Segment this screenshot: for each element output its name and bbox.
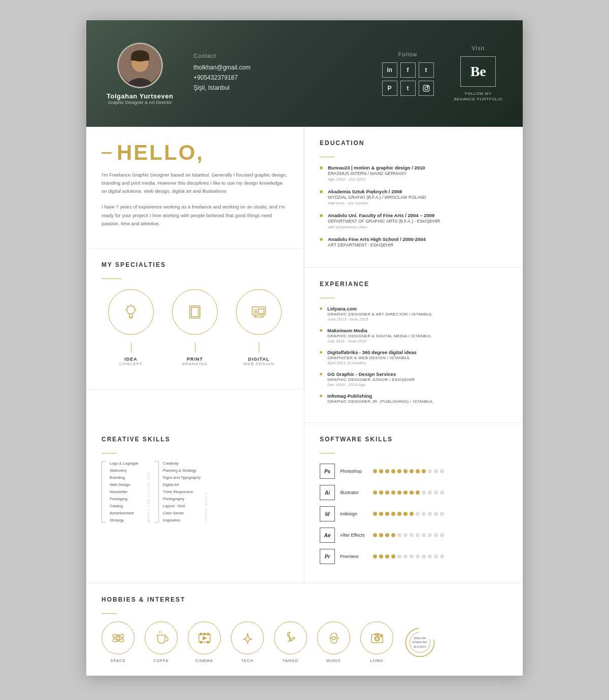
- edu-date-2: Half term - Six months: [328, 201, 426, 205]
- svg-line-14: [127, 306, 128, 307]
- sw-dot-4-11: [440, 554, 444, 558]
- cs-col1-item-5: Newsletter: [110, 489, 139, 494]
- specialty-vline-3: [259, 342, 259, 353]
- svg-point-32: [200, 641, 202, 643]
- sw-dots-4: [373, 554, 444, 558]
- svg-rect-24: [258, 309, 264, 313]
- sw-dot-1-10: [434, 491, 438, 495]
- cs-col2-item-9: Inspiration: [163, 518, 201, 522]
- avatar: [117, 43, 163, 88]
- exp-item-5: Infomag Publishing GRAPHIC DESIGNER JR. …: [320, 393, 507, 404]
- exp-date-1: June 2013 - Now 2015: [327, 317, 432, 322]
- facebook-icon[interactable]: f: [400, 62, 416, 78]
- sw-dot-2-3: [391, 512, 395, 516]
- hello-title: HELLO,: [117, 142, 204, 163]
- creative-skills-section: CREATIVE SKILLS Logo & Logotype Statione…: [86, 423, 304, 583]
- hobby-music-label: MUSIC: [326, 658, 341, 663]
- sw-item-4: PrPremiere: [320, 549, 507, 564]
- pinterest-icon[interactable]: P: [382, 81, 397, 96]
- sw-dot-4-9: [428, 554, 432, 558]
- behance-icon[interactable]: Be: [460, 56, 496, 87]
- linkedin-icon[interactable]: in: [382, 62, 397, 78]
- edu-item-1: Bureau23 | motion & graphic design / 201…: [320, 165, 507, 182]
- sw-dot-0-10: [434, 469, 438, 473]
- sw-dot-1-1: [379, 491, 383, 495]
- sw-dot-1-2: [385, 491, 389, 495]
- edu-item-3: Anadolu Uni. Faculty of Fine Arts / 2004…: [320, 213, 507, 229]
- sw-dot-0-4: [397, 469, 401, 473]
- sw-dot-0-8: [422, 469, 426, 473]
- sw-dot-1-4: [397, 491, 401, 495]
- instagram-icon[interactable]: [419, 81, 434, 96]
- svg-point-37: [332, 637, 335, 640]
- hello-para1: I'm Freelance Graphic Designer based on …: [101, 171, 288, 195]
- sw-dot-3-5: [403, 533, 408, 537]
- cs-col2-item-2: Planning & Strategy: [163, 468, 201, 473]
- exp-dot-4: [320, 373, 322, 375]
- specialty-print: PRINT BRANDING: [165, 289, 224, 366]
- sw-name-2: Indesign: [340, 511, 373, 516]
- sw-icon-4: Pr: [320, 549, 335, 564]
- twitter-icon[interactable]: t: [419, 62, 434, 78]
- specialties-grid: IDEA CONCEPT PRINT BRANDING: [101, 289, 288, 366]
- follow-label: Follow: [382, 51, 434, 57]
- edu-title-2: Akademia Sztuk Pięknych / 2008: [328, 189, 426, 194]
- svg-point-25: [117, 637, 120, 640]
- hobby-cinema-circle: [188, 621, 221, 654]
- svg-rect-4: [131, 56, 149, 60]
- specialty-label-1: IDEA: [124, 357, 138, 362]
- sw-dot-0-0: [373, 469, 377, 473]
- hello-para2: I have 7 years of experience working as …: [101, 203, 288, 227]
- cs-col1-item-6: Packaging: [110, 497, 139, 501]
- sw-item-2: IdIndesign: [320, 506, 507, 521]
- software-skills-title: SOFTWARE SKILLS: [320, 436, 507, 443]
- hobby-space-label: SPACE: [111, 658, 126, 663]
- cs-col2-item-6: Photography: [163, 497, 201, 501]
- edu-dot-3: [320, 214, 323, 217]
- specialty-label-2: PRINT: [187, 357, 203, 362]
- visit-label: Visit: [454, 45, 502, 51]
- exp-title-1: Lidyana.com: [327, 306, 432, 311]
- edu-item-4: Anadolu Fine Arts High School / 2000-200…: [320, 236, 507, 248]
- cs-col1-item-9: Strategy: [110, 518, 139, 522]
- svg-point-29: [200, 633, 202, 635]
- sw-dots-1: [373, 491, 444, 495]
- sw-icon-1: Ai: [320, 485, 335, 500]
- hobby-tech-circle: [231, 621, 264, 654]
- sw-dot-2-9: [428, 512, 432, 516]
- sw-dot-4-4: [397, 554, 401, 558]
- cs-col2-item-1: Creativity: [163, 461, 201, 466]
- exp-item-2: Maksimum Media GRAPHIC DESIGNER & DIGITA…: [320, 328, 507, 343]
- sw-dot-1-8: [422, 491, 426, 495]
- sw-dot-3-11: [440, 533, 444, 537]
- sw-item-3: AeAfter Effects: [320, 528, 507, 543]
- experience-title: EXPERIANCE: [320, 281, 507, 288]
- exp-item-3: Digitalfabrika - 360 degree digital idea…: [320, 349, 507, 365]
- left-column: HELLO, I'm Freelance Graphic Designer ba…: [86, 127, 304, 423]
- specialty-idea-circle: [108, 289, 154, 335]
- svg-point-30: [204, 633, 206, 635]
- resume-container: Tolgahan Yurtseven Graphic Designer & Ar…: [86, 20, 523, 676]
- sw-dot-3-7: [416, 533, 420, 537]
- sw-dot-3-0: [373, 533, 377, 537]
- software-items: PsPhotoshopAiIllustratorIdIndesignAeAfte…: [320, 464, 507, 564]
- edu-title-4: Anadolu Fine Arts High School / 2000-200…: [328, 236, 426, 242]
- sw-dot-3-9: [428, 533, 432, 537]
- cs-left-group: Logo & Logotype Stationery Branding Web …: [101, 461, 143, 522]
- exp-dot-2: [320, 329, 322, 332]
- exp-date-3: April 2011 (3 months): [327, 361, 417, 365]
- software-skills-section: SOFTWARE SKILLS PsPhotoshopAiIllustrator…: [304, 423, 523, 583]
- svg-point-31: [207, 633, 209, 635]
- tumblr-icon[interactable]: t: [400, 81, 416, 96]
- edu-date-1: Agu 2010 - Oct 2010: [328, 177, 425, 182]
- exp-sub-4: GRAPHIC DESIGNER JUNIOR / ESKİŞEHİR: [327, 377, 415, 382]
- svg-point-42: [380, 635, 382, 637]
- edu-dot-1: [320, 166, 323, 169]
- sw-dots-0: [373, 469, 444, 473]
- follow-section: Follow in f t P t: [382, 51, 434, 96]
- specialties-section: MY SPECIALTIES: [86, 249, 304, 390]
- sw-item-1: AiIllustrator: [320, 485, 507, 500]
- cs-col1-item-4: Web Design: [110, 482, 139, 487]
- hobby-tango: TANGO: [274, 621, 307, 663]
- specialties-divider: [101, 278, 122, 279]
